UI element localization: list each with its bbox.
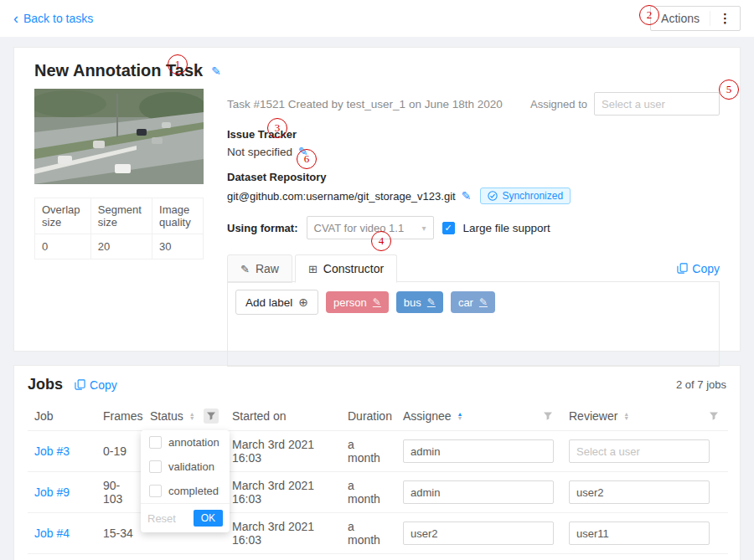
frames-cell: 75-94: [96, 554, 143, 560]
issue-tracker-block: Issue Tracker Not specified ✎: [227, 128, 720, 158]
edit-issue-tracker-icon[interactable]: ✎: [298, 145, 308, 158]
started-cell: March 3rd 2021 16:03: [225, 472, 341, 513]
col-reviewer: Reviewer ▲▼: [562, 402, 728, 431]
col-assignee-label: Assignee: [403, 409, 452, 423]
col-duration: Duration: [341, 402, 396, 431]
frames-cell: 0-19: [96, 431, 143, 472]
task-preview-image: [34, 89, 204, 184]
job-row-9: Job #9 90-103 March 3rd 2021 16:03 a mon…: [28, 472, 728, 513]
job-reviewer-input[interactable]: [569, 521, 710, 545]
jobs-count: 2 of 7 jobs: [676, 378, 726, 391]
job-link[interactable]: Job #3: [34, 444, 70, 458]
job-reviewer-input[interactable]: [569, 480, 710, 504]
col-status-label: Status: [150, 409, 183, 423]
edit-task-name-icon[interactable]: ✎: [211, 64, 221, 78]
reviewer-sort-icon[interactable]: ▲▼: [623, 412, 629, 420]
label-tag-car[interactable]: car ✎: [451, 291, 495, 313]
col-started-on: Started on: [225, 402, 341, 431]
tab-raw-label: Raw: [256, 262, 279, 275]
more-options-icon[interactable]: ⋮: [710, 11, 740, 26]
pencil-icon: ✎: [240, 263, 250, 275]
format-select[interactable]: CVAT for video 1.1 ▾: [307, 216, 434, 239]
started-cell: March 3rd 2021 16:03: [225, 431, 341, 472]
param-header-quality: Image quality: [152, 198, 204, 234]
edit-label-bus-icon[interactable]: ✎: [427, 296, 436, 308]
status-filter-icon[interactable]: [204, 408, 219, 424]
col-reviewer-label: Reviewer: [569, 409, 617, 423]
top-bar: ‹ Back to tasks Actions ⋮: [0, 0, 754, 37]
job-assignee-input[interactable]: [403, 439, 554, 463]
param-value-segment: 20: [90, 234, 152, 259]
param-header-overlap: Overlap size: [35, 198, 91, 234]
completed-option-label: completed: [168, 485, 219, 497]
jobs-table-header: Job Frames Status ▲▼ Started on Duration: [28, 402, 728, 431]
repository-url: git@github.com:username/git_storage_v123…: [227, 190, 456, 203]
using-format-label: Using format:: [227, 222, 298, 234]
reviewer-filter-icon[interactable]: [706, 408, 721, 424]
job-row-3: Job #3 0-19 March 3rd 2021 16:03 a month: [28, 431, 728, 472]
chevron-down-icon: ▾: [421, 223, 426, 233]
back-to-tasks-link[interactable]: ‹ Back to tasks: [13, 12, 93, 25]
status-filter-dropdown: annotation validation completed Reset OK: [141, 430, 230, 532]
add-label-button[interactable]: Add label ⊕: [235, 290, 318, 315]
add-label-text: Add label: [245, 296, 292, 309]
jobs-title: Jobs: [28, 376, 63, 393]
job-row-8: Job #8 75-94 completed March 3rd 2021 16…: [28, 554, 728, 560]
job-assignee-input[interactable]: [403, 521, 554, 545]
copy-labels-link[interactable]: Copy: [677, 262, 720, 275]
edit-repository-icon[interactable]: ✎: [462, 189, 472, 203]
annotation-option-label: annotation: [168, 436, 219, 449]
plus-circle-icon: ⊕: [298, 295, 308, 309]
actions-label: Actions: [651, 12, 710, 25]
task-assignee-input[interactable]: [594, 92, 720, 116]
format-selected-value: CVAT for video 1.1: [314, 222, 405, 234]
sync-status-badge: Synchronized: [480, 188, 571, 204]
issue-tracker-value: Not specified: [227, 146, 292, 158]
tab-constructor[interactable]: ⊞ Constructor: [295, 254, 397, 283]
constructor-block-icon: ⊞: [308, 263, 318, 275]
copy-jobs-link[interactable]: Copy: [75, 378, 117, 392]
label-tag-person-name: person: [333, 296, 367, 309]
frames-cell: 90-103: [96, 472, 143, 513]
col-status: Status ▲▼: [143, 402, 225, 431]
tab-raw[interactable]: ✎ Raw: [227, 254, 292, 283]
actions-button[interactable]: Actions ⋮: [650, 6, 741, 31]
filter-option-completed[interactable]: completed: [141, 479, 230, 503]
sync-status-label: Synchronized: [502, 190, 563, 202]
back-chevron-icon: ‹: [13, 13, 18, 24]
assignee-sort-icon[interactable]: ▲▼: [457, 412, 463, 420]
filter-option-validation[interactable]: validation: [141, 455, 230, 479]
assigned-to-label: Assigned to: [530, 98, 587, 110]
job-assignee-input[interactable]: [403, 480, 554, 504]
col-job: Job: [28, 402, 96, 431]
preview-road-scene: [34, 89, 204, 184]
annotation-checkbox[interactable]: [149, 436, 162, 449]
tab-constructor-label: Constructor: [323, 262, 384, 275]
jobs-card: Jobs Copy 2 of 7 jobs Job Frames Status: [13, 365, 741, 560]
frames-cell: 15-34: [96, 513, 143, 554]
status-sort-icon[interactable]: ▲▼: [189, 412, 195, 420]
task-left-column: Overlap size Segment size Image quality …: [34, 89, 204, 367]
label-tag-bus[interactable]: bus ✎: [396, 291, 443, 313]
filter-reset-button[interactable]: Reset: [147, 512, 176, 525]
task-title-row: New Annotation Task ✎: [34, 61, 720, 80]
format-row: Using format: CVAT for video 1.1 ▾ Large…: [227, 216, 720, 239]
filter-ok-button[interactable]: OK: [194, 510, 223, 527]
filter-option-annotation[interactable]: annotation: [141, 430, 230, 455]
job-reviewer-input[interactable]: [569, 439, 710, 463]
job-link[interactable]: Job #4: [34, 527, 70, 540]
validation-checkbox[interactable]: [149, 460, 162, 473]
completed-checkbox[interactable]: [149, 485, 162, 497]
edit-label-car-icon[interactable]: ✎: [479, 296, 488, 308]
duration-cell: a month: [341, 513, 396, 554]
jobs-table: Job Frames Status ▲▼ Started on Duration: [28, 402, 728, 560]
label-tag-person[interactable]: person ✎: [326, 291, 389, 313]
large-file-support-label: Large file support: [463, 222, 550, 234]
job-link[interactable]: Job #9: [34, 486, 70, 499]
back-to-tasks-label: Back to tasks: [23, 12, 93, 25]
edit-label-person-icon[interactable]: ✎: [373, 296, 381, 308]
param-header-segment: Segment size: [90, 198, 152, 234]
sync-check-icon: [488, 191, 498, 201]
large-file-support-checkbox[interactable]: [442, 222, 455, 234]
assignee-filter-icon[interactable]: [540, 408, 555, 424]
